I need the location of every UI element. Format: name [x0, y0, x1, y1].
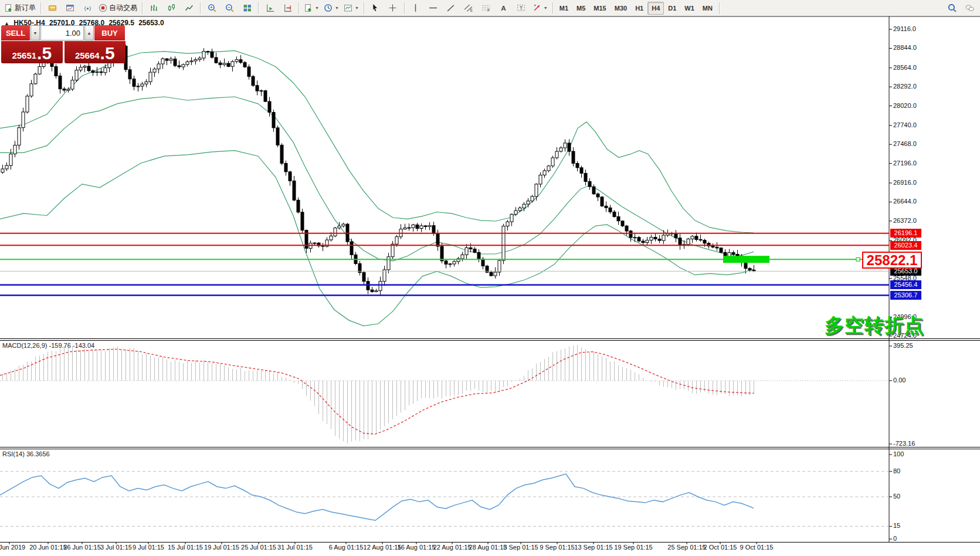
tile-windows-button[interactable] [238, 1, 256, 15]
callout-anchor-icon[interactable] [856, 257, 860, 261]
time-axis-label: 4 Jun 2019 [0, 544, 25, 551]
text-button[interactable]: A [495, 1, 513, 15]
chart-annotation-text[interactable]: 多空转折点 [825, 313, 924, 339]
toolbar-separator [552, 2, 553, 14]
time-axis-label: 20 Jun 01:15 [29, 544, 67, 551]
tiles-icon [243, 4, 252, 12]
axis-price-badge: 26196.1 [890, 229, 921, 238]
crosshair-icon [388, 4, 397, 12]
timeframe-button-m5[interactable]: M5 [572, 2, 589, 15]
clock-icon [324, 4, 333, 12]
svg-text:T: T [520, 5, 523, 11]
rsi-tick-label: 80 [893, 467, 900, 474]
time-axis-label: 26 Jun 01:15 [63, 544, 101, 551]
candlestick-chart-button[interactable] [162, 1, 180, 15]
time-axis-label: 6 Aug 01:15 [329, 544, 364, 551]
search-icon [948, 4, 957, 12]
signals-icon-button[interactable] [79, 1, 96, 15]
price-tick-label: 28292.0 [893, 83, 917, 90]
buy-price-button[interactable]: 25664 .5 [65, 41, 126, 63]
toolbar-separator [258, 2, 259, 14]
timeframe-button-m30[interactable]: M30 [611, 2, 631, 15]
signal-icon [83, 4, 92, 12]
crosshair-button[interactable] [384, 1, 402, 15]
time-axis-label: 9 Sep 01:15 [540, 544, 574, 551]
price-tick-label: 28020.0 [893, 102, 917, 109]
sell-price-button[interactable]: 25651 .5 [1, 41, 63, 63]
highlight-bar[interactable] [723, 256, 769, 263]
volume-input[interactable]: 1.00 [40, 25, 84, 40]
equidistant-channel-button[interactable]: E [460, 1, 477, 15]
data-window-icon-button[interactable] [61, 1, 79, 15]
axis-price-badge: 25456.4 [890, 280, 921, 289]
bars-icon [150, 4, 158, 12]
buy-price-fraction: .5 [100, 45, 115, 62]
time-axis-label: 16 Aug 01:15 [398, 544, 436, 551]
doc-plus-icon [304, 4, 313, 12]
rsi-panel [0, 455, 892, 539]
fibonacci-button[interactable]: F [477, 1, 495, 15]
indicators-button[interactable]: ▼ [301, 1, 321, 15]
timeframe-button-m15[interactable]: M15 [589, 2, 610, 15]
chevron-down-icon[interactable]: ▼ [315, 6, 319, 10]
periods-button[interactable]: ▼ [321, 1, 341, 15]
volume-decrease-button[interactable]: ▼ [30, 25, 40, 40]
autotrading-button[interactable]: 自动交易 [96, 1, 140, 15]
labelT-icon: T [517, 4, 525, 12]
cursor-button[interactable] [367, 1, 384, 15]
chevron-down-icon[interactable]: ▼ [335, 6, 339, 10]
price-tick-label: 27740.0 [893, 121, 917, 128]
line-chart-button[interactable] [180, 1, 198, 15]
doc-plus-icon [4, 4, 13, 12]
vline-icon [411, 4, 420, 12]
auto-scroll-button[interactable] [261, 1, 279, 15]
rsi-tick-label: 100 [893, 450, 904, 457]
templates-button[interactable]: ▼ [341, 1, 361, 15]
macd-tick-label: 0.00 [893, 377, 906, 384]
sell-price-main: 25651 [12, 50, 36, 62]
timeframe-button-m1[interactable]: M1 [555, 2, 572, 15]
buy-button[interactable]: BUY [94, 25, 125, 40]
zoom-out-button[interactable] [221, 1, 238, 15]
template-icon [344, 4, 352, 12]
timeframe-button-d1[interactable]: D1 [664, 2, 680, 15]
timeframe-button-mn[interactable]: MN [698, 2, 717, 15]
price-tick-label: 26644.0 [893, 198, 917, 205]
timeframe-button-w1[interactable]: W1 [680, 2, 698, 15]
zoom-in-button[interactable] [203, 1, 221, 15]
book-icon [48, 4, 57, 12]
marketwatch-icon-button[interactable] [43, 1, 61, 15]
chart-shift-button[interactable] [279, 1, 296, 15]
zoomout-icon [225, 4, 234, 12]
main-toolbar: 新订单自动交易▼▼▼EFAT▼M1M5M15M30H1H4D1W1MN [0, 0, 980, 16]
chevron-down-icon[interactable]: ▼ [355, 6, 359, 10]
macd-tick-label: -723.16 [893, 440, 915, 447]
price-callout-box[interactable]: 25822.1 [862, 252, 922, 269]
time-axis-label: 13 Sep 01:15 [574, 544, 612, 551]
toolbar-separator [719, 2, 720, 14]
candles-icon [167, 4, 176, 12]
time-axis-label: 9 Oct 01:15 [740, 544, 774, 551]
new-order-button[interactable]: 新订单 [2, 1, 38, 15]
bar-chart-button[interactable] [145, 1, 162, 15]
timeframe-button-h1[interactable]: H1 [631, 2, 647, 15]
arrows-button[interactable]: ▼ [530, 1, 550, 15]
bollinger-upper-band [0, 50, 754, 233]
horizontal-line-button[interactable] [425, 1, 442, 15]
chevron-down-icon[interactable]: ▼ [544, 6, 548, 10]
volume-increase-button[interactable]: ▲ [84, 25, 94, 40]
text-label-button[interactable]: T [513, 1, 530, 15]
trend-icon [446, 4, 455, 12]
community-button[interactable] [961, 1, 978, 15]
time-axis-label: 3 Jul 01:15 [100, 544, 132, 551]
vertical-line-button[interactable] [407, 1, 425, 15]
sell-button[interactable]: SELL [1, 25, 30, 40]
autoscroll-icon [266, 4, 274, 12]
search-button[interactable] [943, 1, 961, 15]
price-axis-ticks [889, 29, 892, 336]
timeframe-button-h4[interactable]: H4 [647, 2, 664, 15]
trendline-button[interactable] [442, 1, 460, 15]
autoplay-icon [99, 4, 107, 12]
time-axis-label: 9 Jul 01:15 [133, 544, 164, 551]
win-chart-icon [66, 4, 74, 12]
